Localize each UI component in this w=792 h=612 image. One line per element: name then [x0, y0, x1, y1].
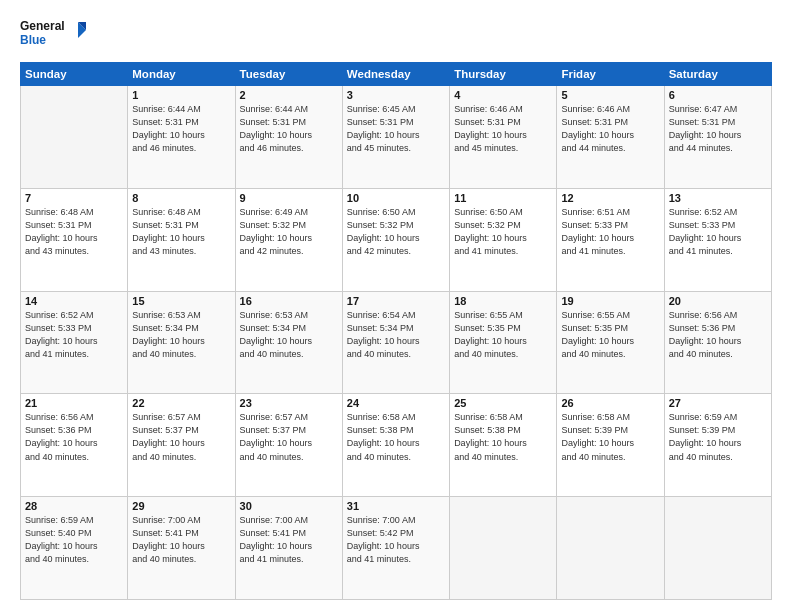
calendar-cell: 28Sunrise: 6:59 AM Sunset: 5:40 PM Dayli… — [21, 497, 128, 600]
day-info: Sunrise: 6:46 AM Sunset: 5:31 PM Dayligh… — [454, 103, 552, 155]
calendar-cell: 6Sunrise: 6:47 AM Sunset: 5:31 PM Daylig… — [664, 86, 771, 189]
calendar-cell — [21, 86, 128, 189]
day-info: Sunrise: 6:58 AM Sunset: 5:38 PM Dayligh… — [347, 411, 445, 463]
day-number: 20 — [669, 295, 767, 307]
day-number: 28 — [25, 500, 123, 512]
calendar-cell: 11Sunrise: 6:50 AM Sunset: 5:32 PM Dayli… — [450, 188, 557, 291]
day-number: 27 — [669, 397, 767, 409]
page: General Blue SundayMondayTuesdayWednesda… — [0, 0, 792, 612]
day-number: 25 — [454, 397, 552, 409]
calendar-cell: 27Sunrise: 6:59 AM Sunset: 5:39 PM Dayli… — [664, 394, 771, 497]
day-number: 9 — [240, 192, 338, 204]
calendar-cell — [557, 497, 664, 600]
day-info: Sunrise: 6:57 AM Sunset: 5:37 PM Dayligh… — [132, 411, 230, 463]
day-info: Sunrise: 6:44 AM Sunset: 5:31 PM Dayligh… — [132, 103, 230, 155]
calendar-cell: 14Sunrise: 6:52 AM Sunset: 5:33 PM Dayli… — [21, 291, 128, 394]
day-info: Sunrise: 6:50 AM Sunset: 5:32 PM Dayligh… — [454, 206, 552, 258]
day-number: 10 — [347, 192, 445, 204]
calendar-week-row: 7Sunrise: 6:48 AM Sunset: 5:31 PM Daylig… — [21, 188, 772, 291]
day-info: Sunrise: 6:51 AM Sunset: 5:33 PM Dayligh… — [561, 206, 659, 258]
day-number: 4 — [454, 89, 552, 101]
svg-text:General: General — [20, 19, 65, 33]
day-info: Sunrise: 6:47 AM Sunset: 5:31 PM Dayligh… — [669, 103, 767, 155]
day-info: Sunrise: 6:49 AM Sunset: 5:32 PM Dayligh… — [240, 206, 338, 258]
calendar-cell — [450, 497, 557, 600]
logo-svg: General Blue — [20, 16, 90, 52]
calendar-cell: 15Sunrise: 6:53 AM Sunset: 5:34 PM Dayli… — [128, 291, 235, 394]
day-number: 2 — [240, 89, 338, 101]
day-info: Sunrise: 6:59 AM Sunset: 5:39 PM Dayligh… — [669, 411, 767, 463]
calendar-week-row: 1Sunrise: 6:44 AM Sunset: 5:31 PM Daylig… — [21, 86, 772, 189]
calendar-cell: 25Sunrise: 6:58 AM Sunset: 5:38 PM Dayli… — [450, 394, 557, 497]
calendar-cell: 12Sunrise: 6:51 AM Sunset: 5:33 PM Dayli… — [557, 188, 664, 291]
calendar-cell: 5Sunrise: 6:46 AM Sunset: 5:31 PM Daylig… — [557, 86, 664, 189]
day-number: 19 — [561, 295, 659, 307]
day-info: Sunrise: 6:48 AM Sunset: 5:31 PM Dayligh… — [25, 206, 123, 258]
logo: General Blue — [20, 16, 90, 52]
calendar-cell: 8Sunrise: 6:48 AM Sunset: 5:31 PM Daylig… — [128, 188, 235, 291]
calendar-cell: 16Sunrise: 6:53 AM Sunset: 5:34 PM Dayli… — [235, 291, 342, 394]
day-number: 13 — [669, 192, 767, 204]
calendar-cell: 20Sunrise: 6:56 AM Sunset: 5:36 PM Dayli… — [664, 291, 771, 394]
day-info: Sunrise: 7:00 AM Sunset: 5:42 PM Dayligh… — [347, 514, 445, 566]
calendar-cell: 4Sunrise: 6:46 AM Sunset: 5:31 PM Daylig… — [450, 86, 557, 189]
day-info: Sunrise: 6:59 AM Sunset: 5:40 PM Dayligh… — [25, 514, 123, 566]
day-number: 11 — [454, 192, 552, 204]
calendar-cell: 3Sunrise: 6:45 AM Sunset: 5:31 PM Daylig… — [342, 86, 449, 189]
svg-text:Blue: Blue — [20, 33, 46, 47]
day-info: Sunrise: 6:54 AM Sunset: 5:34 PM Dayligh… — [347, 309, 445, 361]
day-number: 31 — [347, 500, 445, 512]
weekday-header: Thursday — [450, 63, 557, 86]
calendar-cell: 26Sunrise: 6:58 AM Sunset: 5:39 PM Dayli… — [557, 394, 664, 497]
day-number: 18 — [454, 295, 552, 307]
day-info: Sunrise: 6:58 AM Sunset: 5:39 PM Dayligh… — [561, 411, 659, 463]
day-number: 15 — [132, 295, 230, 307]
day-info: Sunrise: 6:45 AM Sunset: 5:31 PM Dayligh… — [347, 103, 445, 155]
day-info: Sunrise: 7:00 AM Sunset: 5:41 PM Dayligh… — [240, 514, 338, 566]
day-number: 21 — [25, 397, 123, 409]
calendar-cell — [664, 497, 771, 600]
header: General Blue — [20, 16, 772, 52]
weekday-header: Tuesday — [235, 63, 342, 86]
day-info: Sunrise: 6:56 AM Sunset: 5:36 PM Dayligh… — [669, 309, 767, 361]
day-info: Sunrise: 6:57 AM Sunset: 5:37 PM Dayligh… — [240, 411, 338, 463]
calendar-cell: 19Sunrise: 6:55 AM Sunset: 5:35 PM Dayli… — [557, 291, 664, 394]
weekday-header: Friday — [557, 63, 664, 86]
calendar-week-row: 28Sunrise: 6:59 AM Sunset: 5:40 PM Dayli… — [21, 497, 772, 600]
calendar-cell: 1Sunrise: 6:44 AM Sunset: 5:31 PM Daylig… — [128, 86, 235, 189]
calendar-cell: 9Sunrise: 6:49 AM Sunset: 5:32 PM Daylig… — [235, 188, 342, 291]
weekday-header: Monday — [128, 63, 235, 86]
day-number: 7 — [25, 192, 123, 204]
day-info: Sunrise: 6:53 AM Sunset: 5:34 PM Dayligh… — [240, 309, 338, 361]
calendar-cell: 29Sunrise: 7:00 AM Sunset: 5:41 PM Dayli… — [128, 497, 235, 600]
day-info: Sunrise: 6:50 AM Sunset: 5:32 PM Dayligh… — [347, 206, 445, 258]
calendar-cell: 17Sunrise: 6:54 AM Sunset: 5:34 PM Dayli… — [342, 291, 449, 394]
day-number: 30 — [240, 500, 338, 512]
calendar-cell: 18Sunrise: 6:55 AM Sunset: 5:35 PM Dayli… — [450, 291, 557, 394]
day-number: 16 — [240, 295, 338, 307]
calendar-cell: 13Sunrise: 6:52 AM Sunset: 5:33 PM Dayli… — [664, 188, 771, 291]
day-info: Sunrise: 7:00 AM Sunset: 5:41 PM Dayligh… — [132, 514, 230, 566]
calendar-week-row: 14Sunrise: 6:52 AM Sunset: 5:33 PM Dayli… — [21, 291, 772, 394]
weekday-header: Sunday — [21, 63, 128, 86]
day-number: 17 — [347, 295, 445, 307]
day-info: Sunrise: 6:52 AM Sunset: 5:33 PM Dayligh… — [25, 309, 123, 361]
day-info: Sunrise: 6:52 AM Sunset: 5:33 PM Dayligh… — [669, 206, 767, 258]
day-info: Sunrise: 6:55 AM Sunset: 5:35 PM Dayligh… — [561, 309, 659, 361]
day-info: Sunrise: 6:56 AM Sunset: 5:36 PM Dayligh… — [25, 411, 123, 463]
day-info: Sunrise: 6:53 AM Sunset: 5:34 PM Dayligh… — [132, 309, 230, 361]
day-number: 1 — [132, 89, 230, 101]
day-number: 22 — [132, 397, 230, 409]
day-info: Sunrise: 6:58 AM Sunset: 5:38 PM Dayligh… — [454, 411, 552, 463]
calendar-cell: 24Sunrise: 6:58 AM Sunset: 5:38 PM Dayli… — [342, 394, 449, 497]
calendar-table: SundayMondayTuesdayWednesdayThursdayFrid… — [20, 62, 772, 600]
day-number: 29 — [132, 500, 230, 512]
calendar-cell: 30Sunrise: 7:00 AM Sunset: 5:41 PM Dayli… — [235, 497, 342, 600]
day-info: Sunrise: 6:44 AM Sunset: 5:31 PM Dayligh… — [240, 103, 338, 155]
weekday-header: Saturday — [664, 63, 771, 86]
weekday-header: Wednesday — [342, 63, 449, 86]
calendar-week-row: 21Sunrise: 6:56 AM Sunset: 5:36 PM Dayli… — [21, 394, 772, 497]
calendar-cell: 10Sunrise: 6:50 AM Sunset: 5:32 PM Dayli… — [342, 188, 449, 291]
day-number: 26 — [561, 397, 659, 409]
calendar-cell: 31Sunrise: 7:00 AM Sunset: 5:42 PM Dayli… — [342, 497, 449, 600]
